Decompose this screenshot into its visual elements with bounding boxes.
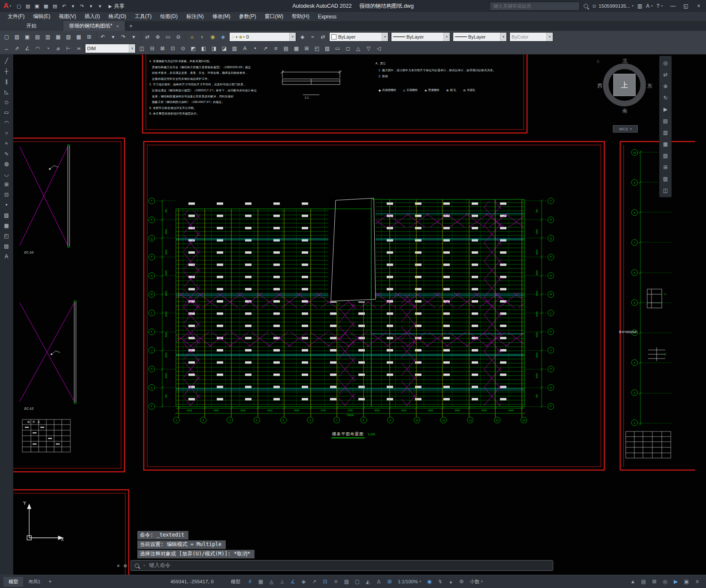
boundary-icon[interactable]: ▭ [333,44,342,53]
qnew-icon[interactable]: ▢ [15,2,23,10]
table-style-icon[interactable]: ▤ [281,44,291,53]
gradient-icon[interactable]: ▦ [1,221,12,230]
open-icon[interactable]: ▧ [24,2,32,10]
isometric-icon[interactable]: ◈ [299,577,309,586]
plot-preview-icon[interactable]: ▥ [43,32,53,42]
properties-palette-icon[interactable]: ▥ [661,128,670,136]
undo-caret-icon[interactable]: ▾ [108,32,118,42]
dim-angular-icon[interactable]: ∠ [22,44,32,53]
dim-radius-icon[interactable]: ◔ [43,44,53,53]
rectangle-icon[interactable]: ▭ [1,108,12,117]
viewcube-south[interactable]: 南 [599,107,651,115]
search-icon[interactable] [584,4,588,8]
redo-caret-icon[interactable]: ▾ [87,2,95,10]
search-input[interactable] [493,3,577,9]
hatch-edit-icon[interactable]: ▨ [322,44,332,53]
mtext-icon[interactable]: A [1,252,12,261]
markup-icon[interactable]: ▨ [661,175,670,183]
zoom-realtime-icon[interactable]: ⊕ [153,32,163,42]
dynamic-ucs-icon[interactable]: ∆ [374,577,384,586]
dim-arc-icon[interactable]: ◠ [33,44,42,53]
orbit-icon[interactable]: ↻ [661,93,670,102]
paste-icon[interactable]: ▩ [74,32,84,42]
line-tool-icon[interactable]: ╱ [1,56,12,66]
block-editor-icon[interactable]: ⊞ [302,44,312,53]
menu-item[interactable]: 视图(V) [55,12,80,21]
object-snap-tracking-icon[interactable]: ↗ [309,577,319,586]
center-mark-icon[interactable]: ⊙ [178,44,188,53]
spline-icon[interactable]: ∿ [1,149,12,158]
menu-item[interactable]: 参数(P) [235,12,261,21]
copy-icon[interactable]: ▨ [64,32,73,42]
color-combo[interactable]: ByLayer ▾ [329,32,388,42]
dim-jog-icon[interactable]: ◩ [188,44,198,53]
command-input[interactable]: ▾ 键入命令 [130,560,553,571]
chevron-down-icon[interactable]: ▾ [443,33,450,41]
annotation-autoscale-icon[interactable]: ↯ [435,577,445,586]
dim-text-edit-icon[interactable]: ◨ [209,44,219,53]
zoom-window-icon[interactable]: ▭ [163,32,173,42]
minimize-button[interactable]: — [667,0,679,12]
layer-combo[interactable]: ☼◐◉▪ 0 ▾ [229,32,296,42]
annotation-visibility-icon[interactable]: ◉ [424,577,434,586]
layers-palette-icon[interactable]: ▦ [661,140,670,148]
match-properties-icon[interactable]: ⊞ [84,32,94,42]
tab-close-icon[interactable]: × [116,24,119,29]
measure-icon[interactable]: △ [353,44,363,53]
point-icon[interactable]: • [1,200,12,210]
menu-item[interactable]: 插入(I) [80,12,104,21]
annotation-scale-chip[interactable]: 1:1/100% ▾ [398,579,421,584]
new-drawing-tab-button[interactable]: + [125,21,136,31]
redo-icon[interactable]: ↷ [118,32,128,42]
layer-properties-icon[interactable]: ◈ [218,32,228,42]
field-icon[interactable]: ▦ [291,44,301,53]
infer-constraints-icon[interactable]: ◬ [267,577,276,586]
viewcube-north[interactable]: 北 [599,57,651,65]
save-icon[interactable]: ▣ [33,2,41,10]
dim-break-icon[interactable]: ⊠ [158,44,167,53]
object-snap-icon[interactable]: ⊡ [320,577,330,586]
region-icon[interactable]: ◻ [343,44,353,53]
menu-item[interactable]: 帮助(H) [288,12,314,21]
mleader-align-icon[interactable]: ≡ [271,44,281,53]
undo-caret-icon[interactable]: ▾ [69,2,77,10]
quick-properties-icon[interactable]: ▤ [639,577,648,586]
quick-calc-icon[interactable]: ⊞ [661,163,670,171]
search-box[interactable] [490,2,580,11]
annotation-monitor-icon[interactable]: ▲ [628,577,638,586]
ellipse-icon[interactable]: ◍ [1,159,12,169]
text-style-icon[interactable]: A [240,44,250,53]
plot-icon[interactable]: ▤ [33,32,42,42]
autodesk-app-button[interactable]: A ▾ [646,3,653,9]
dim-style-combo[interactable]: DIM ▾ [85,44,136,53]
command-close-icon[interactable]: × [117,563,120,569]
viewcube-top-face[interactable]: 上 [613,74,636,96]
viewcube-east[interactable]: 东 [647,82,652,90]
region-icon[interactable]: ◰ [1,231,12,241]
dim-aligned-icon[interactable]: ⇗ [12,44,22,53]
workspace-gear-icon[interactable]: ⚙ [457,577,467,586]
snap-icon[interactable]: ▦ [256,577,266,586]
ellipse-arc-icon[interactable]: ◡ [1,169,12,179]
sheet-set-icon[interactable]: ▤ [661,117,670,125]
app-store-button[interactable]: ▥ [637,3,642,9]
save-icon[interactable]: ▣ [22,32,32,42]
polar-tracking-icon[interactable]: ∠ [288,577,298,586]
isolate-objects-icon[interactable]: ◎ [660,577,670,586]
circle-icon[interactable]: ○ [1,128,12,138]
graphics-performance-icon[interactable]: ▶ [671,577,681,586]
arc-icon[interactable]: ◠ [1,118,12,127]
recent-commands-icon[interactable]: ▾ [143,564,145,567]
menu-item[interactable]: 编辑(E) [29,12,55,21]
restore-button[interactable]: ◱ [679,0,692,12]
dim-edit-icon[interactable]: ◧ [199,44,209,53]
polyline-icon[interactable]: ◺ [1,87,12,96]
transparency-icon[interactable]: ▨ [342,577,351,586]
plot-icon[interactable]: ▤ [51,2,59,10]
layer-match-icon[interactable]: ≈ [308,32,318,42]
create-block-icon[interactable]: ⊡ [1,190,12,199]
chevron-down-icon[interactable]: ▾ [289,33,296,41]
dim-baseline-icon[interactable]: ◫ [137,44,147,53]
layer-lock-icon[interactable]: ◉ [208,32,218,42]
multiline-icon[interactable]: ∥ [1,77,12,86]
